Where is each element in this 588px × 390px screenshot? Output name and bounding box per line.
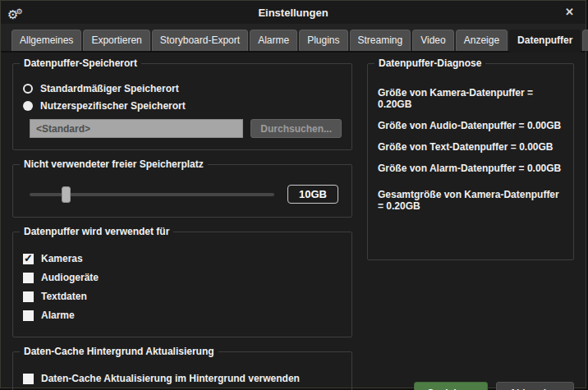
- close-icon[interactable]: ✕: [562, 5, 577, 19]
- tab-label: Alarme: [258, 34, 289, 46]
- cache-background-group: Daten-Cache Hintergrund Aktualisierung D…: [12, 351, 352, 390]
- tab-label: Allgemeines: [20, 34, 73, 46]
- tab-label: Plugins: [307, 34, 339, 46]
- radio-label: Standardmäßiger Speicherort: [40, 83, 179, 94]
- settings-dialog: ⚙⚙ Einstellungen ✕ AllgemeinesExportiere…: [0, 0, 586, 388]
- slider-row: 10GB: [23, 178, 342, 209]
- checkbox[interactable]: [23, 291, 34, 302]
- tab-alarme[interactable]: Alarme: [250, 30, 297, 51]
- storage-location-group: Datenpuffer-Speicherort Standardmäßiger …: [12, 63, 352, 150]
- checkbox[interactable]: [23, 254, 34, 264]
- tab-video[interactable]: Video: [412, 30, 453, 51]
- free-space-slider[interactable]: [30, 186, 274, 203]
- checkbox[interactable]: [23, 273, 34, 283]
- tab-label: Exportieren: [91, 34, 141, 46]
- checkbox-label: Audiogeräte: [41, 272, 99, 283]
- checkbox-audiogeräte[interactable]: Audiogeräte: [23, 272, 342, 283]
- cache-checkbox[interactable]: [23, 374, 34, 384]
- group-title: Daten-Cache Hintergrund Aktualisierung: [20, 346, 218, 357]
- tab-label: Anzeige: [464, 34, 499, 46]
- radio-standardmäßiger-speicherort[interactable]: Standardmäßiger Speicherort: [23, 83, 342, 94]
- buffer-usage-group: Datenpuffer wird verwendet für Kameras A…: [12, 232, 352, 337]
- checkbox[interactable]: [23, 310, 34, 321]
- storage-path-input[interactable]: [30, 119, 243, 138]
- left-column: Datenpuffer-Speicherort Standardmäßiger …: [12, 63, 352, 390]
- group-title: Datenpuffer-Diagnose: [374, 57, 485, 69]
- diagnose-line: Größe von Alarm-Datenpuffer = 0.00GB: [378, 163, 563, 174]
- usage-checkbox-list: Kameras Audiogeräte Textdaten Alarme: [23, 253, 342, 321]
- right-column: Datenpuffer-Diagnose Größe von Kamera-Da…: [367, 63, 574, 390]
- diagnose-group: Datenpuffer-Diagnose Größe von Kamera-Da…: [367, 63, 574, 260]
- checkbox-label: Daten-Cache Aktualisierung im Hintergrun…: [41, 373, 300, 384]
- diagnose-line: Größe von Text-Datenpuffer = 0.00GB: [378, 141, 563, 153]
- diagnose-line: Größe von Audio-Datenpuffer = 0.00GB: [378, 120, 563, 131]
- checkbox-alarme[interactable]: Alarme: [23, 310, 342, 321]
- cancel-button[interactable]: Abbrechen: [496, 382, 574, 390]
- tab-allgemeines[interactable]: Allgemeines: [11, 30, 81, 51]
- tab-anzeige[interactable]: Anzeige: [456, 30, 508, 51]
- checkbox-textdaten[interactable]: Textdaten: [23, 291, 342, 302]
- group-title: Datenpuffer-Speicherort: [20, 57, 141, 69]
- free-space-group: Nicht verwendeter freier Speicherplatz 1…: [12, 164, 352, 218]
- window-title: Einstellungen: [1, 7, 586, 19]
- radio-icon[interactable]: [23, 84, 33, 94]
- radio-nutzerspezifischer-speicherort[interactable]: Nutzerspezifischer Speicherort: [23, 100, 342, 112]
- checkbox-kameras[interactable]: Kameras: [23, 253, 342, 264]
- checkbox-label: Kameras: [41, 253, 83, 264]
- group-title: Datenpuffer wird verwendet für: [20, 226, 173, 237]
- tab-exportieren[interactable]: Exportieren: [83, 30, 149, 51]
- diagnose-line: Größe von Kamera-Datenpuffer = 0.20GB: [378, 87, 563, 110]
- storage-radio-list: Standardmäßiger Speicherort Nutzerspezif…: [23, 83, 342, 112]
- slider-handle[interactable]: [62, 186, 71, 203]
- checkbox-label: Textdaten: [41, 291, 87, 302]
- tab-plugins[interactable]: Plugins: [299, 30, 347, 51]
- checkbox-label: Alarme: [41, 310, 75, 321]
- tab-erweitert[interactable]: Erweitert: [582, 30, 588, 51]
- tab-label: Video: [420, 34, 445, 46]
- diagnose-lines: Größe von Kamera-Datenpuffer = 0.20GBGrö…: [378, 87, 563, 212]
- footer-buttons: Speichern Abbrechen: [414, 382, 574, 390]
- free-space-value: 10GB: [287, 185, 338, 204]
- radio-label: Nutzerspezifischer Speicherort: [40, 100, 186, 112]
- tab-label: Datenpuffer: [517, 34, 572, 46]
- group-title: Nicht verwendeter freier Speicherplatz: [20, 158, 208, 170]
- title-bar: ⚙⚙ Einstellungen ✕: [1, 1, 586, 24]
- settings-gear-icon: ⚙⚙: [7, 3, 23, 23]
- dialog-content: Datenpuffer-Speicherort Standardmäßiger …: [1, 53, 586, 390]
- diagnose-line: Gesamtgröße von Kamera-Datenpuffer = 0.2…: [378, 189, 563, 212]
- tab-label: Streaming: [358, 34, 403, 46]
- radio-icon[interactable]: [23, 101, 33, 111]
- save-button[interactable]: Speichern: [414, 382, 488, 390]
- cache-checkbox-row[interactable]: Daten-Cache Aktualisierung im Hintergrun…: [23, 373, 342, 384]
- tab-storyboard-export[interactable]: Storyboard-Export: [152, 30, 248, 51]
- tab-bar: AllgemeinesExportierenStoryboard-ExportA…: [1, 24, 586, 53]
- tab-datenpuffer[interactable]: Datenpuffer: [509, 30, 581, 53]
- tab-streaming[interactable]: Streaming: [350, 30, 411, 51]
- tab-label: Storyboard-Export: [160, 34, 240, 46]
- path-row: Durchsuchen...: [30, 119, 342, 138]
- browse-button[interactable]: Durchsuchen...: [250, 119, 342, 138]
